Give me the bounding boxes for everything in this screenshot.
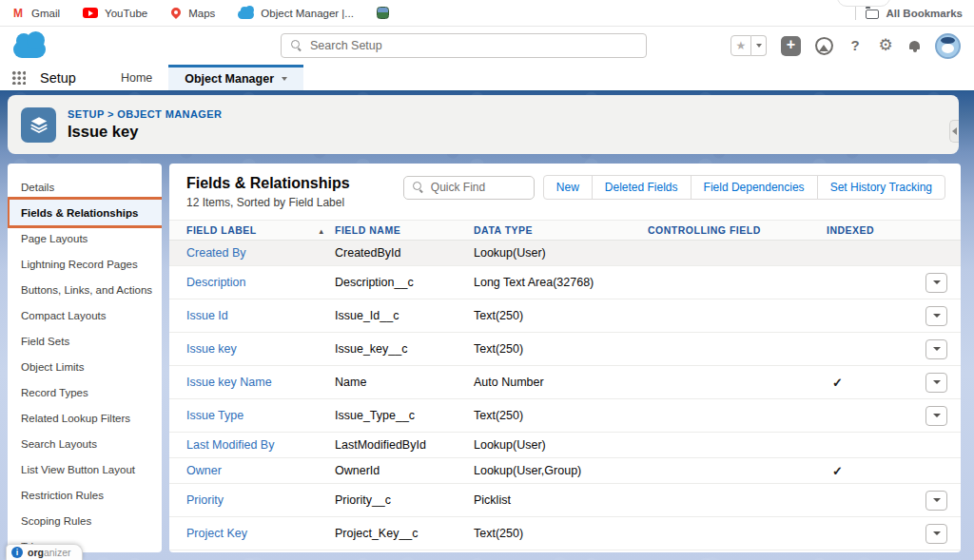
tab-object-manager[interactable]: Object Manager bbox=[168, 65, 303, 90]
field-label-link[interactable]: Issue key Name bbox=[186, 376, 335, 389]
new-button[interactable]: New bbox=[543, 175, 593, 200]
field-label-link[interactable]: Priority bbox=[186, 493, 335, 507]
bookmark-gmail[interactable]: Gmail bbox=[11, 8, 60, 19]
data-type-text: Picklist bbox=[474, 493, 648, 507]
fields-relationships-panel: Fields & Relationships 12 Items, Sorted … bbox=[169, 164, 961, 552]
sidebar-item-label: Page Layouts bbox=[21, 233, 88, 244]
sidebar-item-object-limits[interactable]: Object Limits bbox=[8, 354, 162, 379]
user-avatar[interactable] bbox=[935, 33, 961, 59]
row-actions-menu-button[interactable] bbox=[925, 406, 947, 426]
data-type-text: Long Text Area(32768) bbox=[474, 276, 648, 289]
sidebar-item-list-view-button-layout[interactable]: List View Button Layout bbox=[8, 456, 162, 482]
favorites-control[interactable] bbox=[730, 35, 767, 56]
tab-home[interactable]: Home bbox=[105, 65, 168, 90]
sidebar-item-buttons-links-and-actions[interactable]: Buttons, Links, and Actions bbox=[8, 277, 162, 302]
divider bbox=[855, 6, 856, 20]
field-label-link[interactable]: Owner bbox=[186, 464, 335, 477]
sidebar-item-label: Restriction Rules bbox=[21, 490, 104, 501]
deleted-fields-button[interactable]: Deleted Fields bbox=[592, 175, 692, 200]
column-header-field-name[interactable]: FIELD NAME bbox=[335, 224, 474, 236]
sidebar-item-label: Record Types bbox=[21, 387, 88, 398]
sidebar-item-record-types[interactable]: Record Types bbox=[8, 379, 162, 405]
organizer-extension-badge[interactable]: i organizer bbox=[6, 544, 83, 560]
favorites-star-icon[interactable] bbox=[730, 35, 751, 56]
sidebar-item-related-lookup-filters[interactable]: Related Lookup Filters bbox=[8, 405, 162, 431]
chevron-down-icon[interactable] bbox=[282, 77, 287, 81]
bookmark-salesforce[interactable]: Object Manager |... bbox=[238, 7, 354, 19]
field-dependencies-button[interactable]: Field Dependencies bbox=[691, 175, 818, 200]
table-header-row: FIELD LABELFIELD NAMEDATA TYPECONTROLLIN… bbox=[169, 220, 961, 241]
breadcrumb[interactable]: SETUP > OBJECT MANAGER bbox=[68, 108, 222, 120]
all-bookmarks-label: All Bookmarks bbox=[886, 8, 963, 19]
global-actions-icon[interactable] bbox=[781, 36, 801, 56]
sidebar-item-label: Search Layouts bbox=[21, 438, 97, 450]
field-name-text: OwnerId bbox=[335, 464, 474, 477]
field-name-text: Issue_key__c bbox=[335, 342, 474, 356]
table-row: StatusStatus__cPicklist bbox=[169, 550, 961, 552]
sidebar-item-details[interactable]: Details bbox=[8, 174, 162, 200]
field-label-link[interactable]: Created By bbox=[186, 246, 335, 260]
row-actions-menu-button[interactable] bbox=[925, 273, 947, 293]
column-header-field-label[interactable]: FIELD LABEL bbox=[186, 224, 335, 236]
table-row: Issue IdIssue_Id__cText(250) bbox=[169, 299, 961, 333]
table-row: Issue TypeIssue_Type__cText(250) bbox=[169, 399, 961, 433]
field-label-link[interactable]: Issue Type bbox=[186, 409, 335, 422]
column-header-indexed[interactable]: INDEXED bbox=[827, 224, 922, 236]
bookmark-park[interactable] bbox=[377, 7, 389, 19]
row-actions-cell bbox=[922, 339, 947, 359]
sidebar-item-page-layouts[interactable]: Page Layouts bbox=[8, 225, 162, 251]
setup-gear-icon[interactable] bbox=[877, 37, 894, 54]
sidebar-item-restriction-rules[interactable]: Restriction Rules bbox=[8, 482, 162, 508]
object-layers-icon bbox=[21, 107, 56, 143]
row-actions-menu-button[interactable] bbox=[925, 373, 947, 393]
bookmark-youtube[interactable]: YouTube bbox=[83, 8, 147, 19]
chevron-down-icon bbox=[756, 44, 762, 48]
sidebar-item-search-layouts[interactable]: Search Layouts bbox=[8, 431, 162, 456]
row-actions-cell bbox=[922, 273, 947, 293]
field-label-link[interactable]: Project Key bbox=[186, 527, 335, 540]
field-name-text: Issue_Id__c bbox=[335, 309, 474, 322]
row-actions-menu-button[interactable] bbox=[925, 306, 947, 326]
salesforce-logo-icon[interactable] bbox=[13, 41, 46, 58]
row-actions-menu-button[interactable] bbox=[925, 339, 947, 359]
sidebar-item-scoping-rules[interactable]: Scoping Rules bbox=[8, 508, 162, 533]
notifications-bell-icon[interactable] bbox=[908, 40, 921, 52]
field-label-link[interactable]: Description bbox=[186, 276, 335, 289]
trailhead-help-icon[interactable] bbox=[815, 37, 833, 55]
salesforce-global-header bbox=[0, 27, 974, 65]
row-actions-menu-button[interactable] bbox=[925, 491, 947, 511]
browser-tab-stub bbox=[837, 0, 890, 7]
table-row: Issue keyIssue_key__cText(250) bbox=[169, 333, 961, 366]
field-name-text: CreatedById bbox=[335, 246, 474, 260]
sidebar-item-compact-layouts[interactable]: Compact Layouts bbox=[8, 302, 162, 328]
setup-nav-bar: Setup HomeObject Manager bbox=[0, 65, 974, 91]
field-name-text: Priority__c bbox=[335, 493, 474, 507]
bookmark-maps[interactable]: Maps bbox=[170, 7, 215, 20]
sidebar-item-label: List View Button Layout bbox=[21, 464, 135, 475]
all-bookmarks-button[interactable]: All Bookmarks bbox=[866, 7, 963, 19]
field-label-link[interactable]: Issue Id bbox=[186, 309, 335, 322]
sidebar-item-lightning-record-pages[interactable]: Lightning Record Pages bbox=[8, 251, 162, 277]
youtube-icon bbox=[83, 8, 98, 18]
field-label-link[interactable]: Issue key bbox=[186, 342, 335, 356]
park-icon bbox=[377, 7, 389, 19]
column-header-label: DATA TYPE bbox=[474, 224, 533, 236]
row-actions-menu-button[interactable] bbox=[925, 524, 947, 544]
sidebar-item-fields-relationships[interactable]: Fields & Relationships bbox=[8, 200, 162, 225]
favorites-dropdown-button[interactable] bbox=[751, 35, 767, 56]
app-launcher-icon[interactable] bbox=[11, 70, 26, 85]
quick-find-box[interactable] bbox=[403, 176, 535, 200]
field-label-link[interactable]: Last Modified By bbox=[186, 438, 335, 452]
sidebar-item-label: Field Sets bbox=[21, 336, 69, 347]
sidebar-item-field-sets[interactable]: Field Sets bbox=[8, 328, 162, 354]
help-icon[interactable] bbox=[847, 37, 863, 54]
global-search-box[interactable] bbox=[281, 33, 647, 58]
set-history-tracking-button[interactable]: Set History Tracking bbox=[817, 175, 945, 200]
column-header-controlling-field[interactable]: CONTROLLING FIELD bbox=[648, 224, 827, 236]
collapse-header-button[interactable] bbox=[949, 120, 959, 143]
quick-find-input[interactable] bbox=[431, 181, 516, 194]
column-header-data-type[interactable]: DATA TYPE bbox=[474, 224, 648, 236]
organizer-info-icon: i bbox=[11, 547, 23, 558]
folder-icon bbox=[866, 10, 879, 19]
global-search-input[interactable] bbox=[310, 39, 636, 52]
